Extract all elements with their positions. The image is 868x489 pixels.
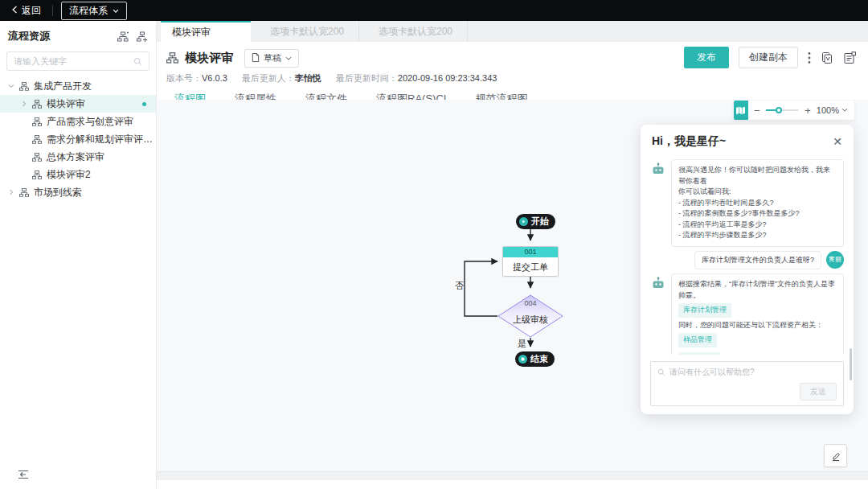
more-menu-icon[interactable] [808, 51, 811, 64]
edit-button[interactable] [824, 444, 847, 467]
tabstrip: 模块评审 选项卡默认宽200 选项卡默认宽200 [157, 21, 868, 42]
version-history-icon[interactable] [821, 51, 833, 64]
tree-item-product-requirement-review[interactable]: 产品需求与创意评审 [0, 113, 156, 130]
tree-item-label: 需求分解和规划评审评审评审评审评... [47, 133, 156, 146]
chevron-down-icon [841, 108, 848, 113]
publish-button[interactable]: 发布 [684, 47, 729, 68]
close-icon[interactable]: ✕ [833, 136, 842, 147]
tab-module-review[interactable]: 模块评审 [161, 21, 251, 42]
tab-label: 模块评审 [172, 26, 211, 39]
suggestion-question[interactable]: - 流程的案例数是多少?事件数是多少? [678, 208, 837, 220]
tree-item-label: 总体方案评审 [47, 150, 104, 164]
tree-item-market-to-leads[interactable]: 市场到线索 [0, 183, 156, 201]
greeting-text: 很高兴遇见你！你可以随时把问题发给我，我来帮你看看 [678, 165, 837, 187]
system-selector-dropdown[interactable]: 流程体系 [61, 2, 127, 20]
suggestion-question[interactable]: - 流程的平均返工率是多少? [678, 220, 837, 231]
last-update-time: 2020-09-16 09:23:34.343 [398, 73, 497, 83]
related-chip[interactable]: 样品管理2 [678, 352, 721, 355]
horizontal-scrollbar-track[interactable] [157, 471, 868, 480]
sidebar-title: 流程资源 [8, 29, 50, 43]
tab-default-200-b[interactable]: 选项卡默认宽200 [359, 21, 468, 42]
add-process-icon[interactable] [137, 31, 148, 42]
tree-item-overall-plan-review[interactable]: 总体方案评审 [0, 148, 156, 166]
tab-label: 选项卡默认宽200 [270, 25, 344, 39]
prompt-text: 你可以试着问我: [678, 187, 837, 198]
suggestion-question[interactable]: - 流程的平均步骤数是多少? [678, 230, 837, 241]
caret-down-icon[interactable] [8, 83, 14, 89]
zoom-in-button[interactable]: + [805, 105, 811, 116]
tab-default-200-a[interactable]: 选项卡默认宽200 [251, 21, 359, 42]
status-badge: 草稿 [264, 52, 281, 64]
sitemap-icon [32, 100, 42, 109]
back-label: 返回 [22, 4, 41, 18]
tree-item-module-review[interactable]: 模块评审 [0, 95, 156, 113]
caret-right-icon[interactable] [8, 189, 14, 195]
sidebar-search-input[interactable] [14, 56, 133, 66]
task-label: 提交工单 [503, 257, 558, 277]
create-copy-button[interactable]: 创建副本 [739, 47, 798, 68]
chat-scrollbar[interactable] [850, 348, 852, 380]
chat-title: Hi，我是星仔~ [652, 134, 726, 149]
tree-item-integrated-product-dev[interactable]: 集成产品开发 [0, 77, 156, 95]
page-title: 模块评审 [185, 51, 233, 66]
tree-item-label: 集成产品开发 [34, 80, 92, 93]
pencil-icon [830, 450, 841, 462]
collapse-sidebar-icon[interactable] [18, 468, 29, 483]
sitemap-icon [32, 171, 42, 179]
zoom-level-dropdown[interactable]: 100% [817, 105, 848, 115]
bot-message: 很高兴遇见你！你可以随时把问题发给我，我来帮你看看 你可以试着问我: - 流程的… [650, 159, 844, 247]
bot-bubble: 很高兴遇见你！你可以随时把问题发给我，我来帮你看看 你可以试着问我: - 流程的… [671, 159, 844, 247]
zoom-slider[interactable] [766, 109, 800, 111]
bot-bubble: 根据搜索结果，“库存计划管理”文件的负责人是李帅霖。 库存计划管理 同时，您的问… [671, 273, 844, 355]
app-window: 返回 流程体系 流程资源 集成产品开发 [0, 0, 868, 489]
assistant-avatar [650, 161, 666, 247]
document-note-icon[interactable] [843, 51, 857, 64]
selected-dot [142, 102, 146, 106]
meta-label: 最后更新时间： [336, 73, 398, 83]
process-tree: 集成产品开发 模块评审 产品需求与创意评审 需求分解和规划评审评审评审评审评..… [0, 77, 156, 201]
meta-row: 版本号：V6.0.3 最后更新人：李怡悦 最后更新时间：2020-09-16 0… [166, 72, 857, 84]
edge-label-yes: 是 [518, 338, 526, 350]
chat-input[interactable] [669, 368, 837, 376]
tab-label: 选项卡默认宽200 [379, 25, 452, 39]
flow-node-superior-review[interactable]: 004 上级审核 [497, 294, 563, 338]
main-area: 模块评审 选项卡默认宽200 选项卡默认宽200 模块评审 草稿 发布 创建副本 [157, 21, 868, 489]
task-id: 001 [503, 247, 558, 257]
end-stop-icon [518, 355, 527, 364]
last-editor: 李怡悦 [295, 73, 321, 83]
chevron-down-icon [285, 53, 292, 63]
zoom-level-value: 100% [817, 105, 839, 115]
zoom-toolbar: − + 100% [734, 101, 854, 120]
tree-item-label: 模块评审2 [47, 168, 91, 182]
doc-link-chip[interactable]: 库存计划管理 [678, 303, 731, 318]
user-message: 库存计划管理文件的负责人是谁呀? 黄丽 [650, 251, 844, 270]
minimap-icon[interactable] [734, 101, 748, 120]
tree-item-module-review-2[interactable]: 模块评审2 [0, 166, 156, 183]
sidebar: 流程资源 集成产品开发 模块评审 产品需求 [0, 21, 157, 489]
add-category-icon[interactable] [117, 31, 129, 42]
suggestion-question[interactable]: - 流程的平均吞吐时间是多久? [678, 198, 837, 209]
caret-right-icon[interactable] [21, 101, 27, 107]
status-dropdown[interactable]: 草稿 [244, 49, 299, 68]
flow-canvas[interactable]: − + 100% [157, 100, 868, 480]
flow-node-start[interactable]: 开始 [516, 214, 555, 229]
start-label: 开始 [531, 216, 549, 228]
answer-text: 根据搜索结果，“库存计划管理”文件的负责人是李帅霖。 [678, 279, 837, 301]
zoom-slider-knob[interactable] [776, 107, 782, 113]
document-header: 模块评审 草稿 发布 创建副本 版本号：V6.0.3 最后更新人：李怡悦 最后更… [157, 42, 868, 100]
related-chip[interactable]: 样品管理 [678, 333, 717, 347]
flow-node-end[interactable]: 结束 [515, 351, 555, 367]
version-number: V6.0.3 [202, 73, 227, 83]
back-button[interactable]: 返回 [0, 0, 52, 21]
tree-item-label: 模块评审 [47, 97, 85, 111]
edge-label-no: 否 [455, 280, 464, 292]
sidebar-search[interactable] [6, 51, 149, 71]
flow-node-submit-ticket[interactable]: 001 提交工单 [502, 246, 559, 277]
tree-item-requirement-decompose-review[interactable]: 需求分解和规划评审评审评审评审评... [0, 130, 156, 148]
chat-input-box[interactable]: 发送 [650, 361, 844, 406]
send-button[interactable]: 发送 [800, 383, 837, 401]
bot-message: 根据搜索结果，“库存计划管理”文件的负责人是李帅霖。 库存计划管理 同时，您的问… [650, 273, 844, 355]
zoom-out-button[interactable]: − [754, 105, 760, 116]
user-question-bubble: 库存计划管理文件的负责人是谁呀? [694, 251, 821, 270]
sitemap-icon [32, 117, 42, 126]
